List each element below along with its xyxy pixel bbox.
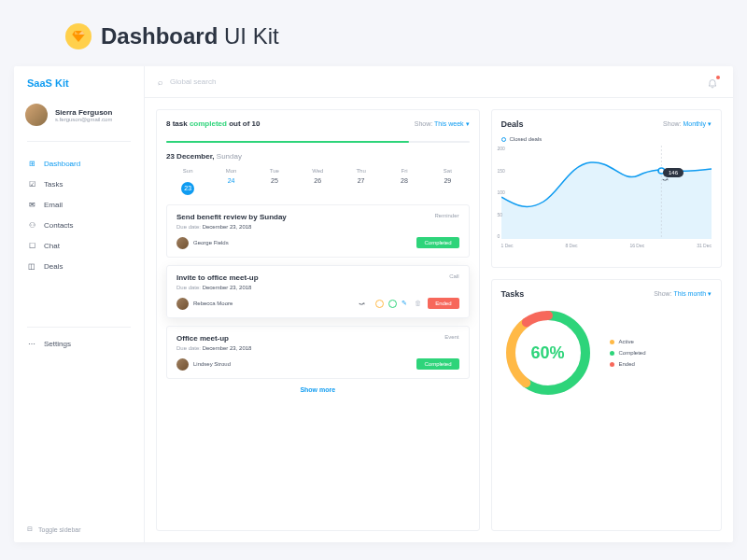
nav: ⊞Dashboard☑Tasks✉Email⚇Contacts☐Chat◫Dea… (14, 147, 144, 321)
page-heading: Dashboard UI Kit (0, 0, 747, 66)
deals-panel: Deals Show: Monthly ▾ Closed deals 20015… (491, 109, 723, 268)
calendar-day[interactable]: Sun23 (166, 168, 209, 195)
sidebar-item-label: Contacts (44, 221, 74, 230)
show-more-button[interactable]: Show more (166, 379, 470, 395)
sidebar-item-label: Email (44, 201, 63, 209)
mail-icon: ✉ (27, 200, 36, 209)
chat-icon: ☐ (27, 241, 36, 250)
legend-dot-icon (610, 340, 614, 344)
tasks-filter[interactable]: Show: This week ▾ (415, 120, 470, 128)
chevron-down-icon: ▾ (708, 120, 712, 127)
task-actions: ⤻✎🗑Ended (359, 298, 458, 309)
date-header: 23 December, Sunday (166, 152, 470, 161)
delete-icon[interactable]: 🗑 (415, 300, 423, 308)
sidebar-item-email[interactable]: ✉Email (14, 194, 144, 215)
tasks-donut-filter[interactable]: Show: This month ▾ (654, 290, 712, 298)
sidebar-item-tasks[interactable]: ☑Tasks (14, 174, 144, 194)
user-icon: ⚇ (27, 220, 36, 230)
sidebar-item-label: Tasks (44, 180, 63, 189)
status-complete-icon[interactable] (388, 300, 397, 308)
sidebar-item-label: Deals (44, 262, 63, 271)
cursor-icon: ⤻ (359, 300, 365, 308)
donut-percent: 60% (501, 306, 595, 399)
task-assignee[interactable]: Lindsey Stroud (176, 358, 231, 371)
collapse-icon: ⊟ (27, 525, 33, 533)
sidebar-item-contacts[interactable]: ⚇Contacts (14, 215, 144, 235)
task-title: Send benefit review by Sunday (176, 213, 287, 221)
chevron-down-icon: ▾ (708, 290, 712, 297)
check-icon: ☑ (27, 179, 36, 189)
deals-legend: Closed deals (501, 136, 712, 142)
task-assignee[interactable]: Rebecca Moore (176, 298, 233, 310)
donut-chart[interactable]: 60% (501, 306, 595, 399)
main: ⌕ 8 task completed out of 10 Show: This … (145, 66, 733, 542)
chevron-down-icon: ▾ (466, 120, 470, 127)
legend-item: Ended (610, 361, 646, 367)
chart-xaxis: 1 Dec8 Dec16 Dec31 Dec (501, 243, 712, 248)
avatar (176, 237, 189, 249)
status-badge: Completed (416, 237, 458, 248)
task-list: Send benefit review by SundayReminderDue… (166, 204, 470, 379)
logo[interactable]: SaaS Kit (14, 66, 144, 100)
user-profile[interactable]: Sierra Ferguson s.ferguson@gmail.com (14, 100, 144, 135)
deals-title: Deals (501, 119, 524, 129)
legend-item: Completed (610, 350, 646, 356)
search-icon: ⌕ (158, 77, 162, 87)
sidebar-item-label: Dashboard (44, 160, 80, 168)
task-summary: 8 task completed out of 10 (166, 119, 260, 128)
legend-dot-icon (610, 362, 614, 367)
sidebar-item-chat[interactable]: ☐Chat (14, 235, 144, 256)
user-email: s.ferguson@gmail.com (55, 117, 112, 122)
topbar: ⌕ (145, 66, 733, 98)
user-name: Sierra Ferguson (55, 108, 112, 117)
task-item[interactable]: Invite to office meet-upCallDue date: De… (166, 265, 470, 318)
status-badge: Completed (416, 358, 458, 370)
sidebar-item-label: Chat (44, 242, 60, 250)
app-window: SaaS Kit Sierra Ferguson s.ferguson@gmai… (14, 66, 733, 542)
task-assignee[interactable]: George Fields (176, 237, 229, 249)
tasks-donut-panel: Tasks Show: This month ▾ (491, 279, 723, 531)
task-due: Due date: December 23, 2018 (176, 285, 459, 290)
diamond-icon (65, 23, 92, 49)
calendar-day[interactable]: Thu27 (339, 168, 382, 195)
task-title: Office meet-up (176, 334, 229, 343)
task-type: Call (449, 273, 458, 279)
dots-icon: ⋯ (27, 339, 36, 348)
sidebar-item-deals[interactable]: ◫Deals (14, 256, 144, 276)
deals-filter[interactable]: Show: Monthly ▾ (663, 120, 712, 128)
sidebar-item-label: Settings (44, 340, 71, 348)
calendar-day[interactable]: Mon24 (209, 168, 252, 195)
calendar-week: Sun23Mon24Tue25Wed26Thu27Fri28Sat29 (166, 168, 470, 195)
task-due: Due date: December 23, 2018 (176, 345, 459, 351)
avatar (176, 358, 189, 371)
edit-icon[interactable]: ✎ (402, 300, 410, 308)
status-active-icon[interactable] (375, 300, 384, 308)
tasks-panel: 8 task completed out of 10 Show: This we… (156, 109, 480, 531)
grid-icon: ⊞ (27, 159, 36, 168)
calendar-day[interactable]: Tue25 (253, 168, 296, 195)
search-input[interactable] (170, 77, 699, 86)
task-type: Reminder (434, 213, 458, 218)
sidebar-item-dashboard[interactable]: ⊞Dashboard (14, 153, 144, 174)
sidebar-item-settings[interactable]: ⋯ Settings (14, 333, 144, 354)
calendar-day[interactable]: Wed26 (296, 168, 339, 195)
task-due: Due date: December 23, 2018 (176, 224, 459, 230)
calendar-day[interactable]: Sat29 (426, 168, 469, 195)
task-item[interactable]: Send benefit review by SundayReminderDue… (166, 204, 470, 258)
legend-dot-icon (501, 137, 506, 142)
deals-icon: ◫ (27, 261, 36, 271)
page-title: Dashboard UI Kit (101, 23, 279, 49)
avatar (176, 298, 189, 310)
task-item[interactable]: Office meet-upEventDue date: December 23… (166, 326, 470, 379)
notification-bell-icon[interactable] (707, 76, 720, 89)
avatar (25, 104, 48, 126)
cursor-icon: ⤻ (662, 175, 669, 184)
toggle-sidebar[interactable]: ⊟ Toggle sidebar (14, 516, 144, 542)
deals-chart[interactable]: 200150100500 146 ⤻ (501, 146, 712, 239)
legend-item: Active (610, 339, 646, 344)
calendar-day[interactable]: Fri28 (383, 168, 426, 195)
task-title: Invite to office meet-up (176, 273, 259, 282)
task-type: Event (444, 334, 458, 340)
status-badge: Ended (428, 298, 458, 309)
legend-dot-icon (610, 351, 614, 356)
